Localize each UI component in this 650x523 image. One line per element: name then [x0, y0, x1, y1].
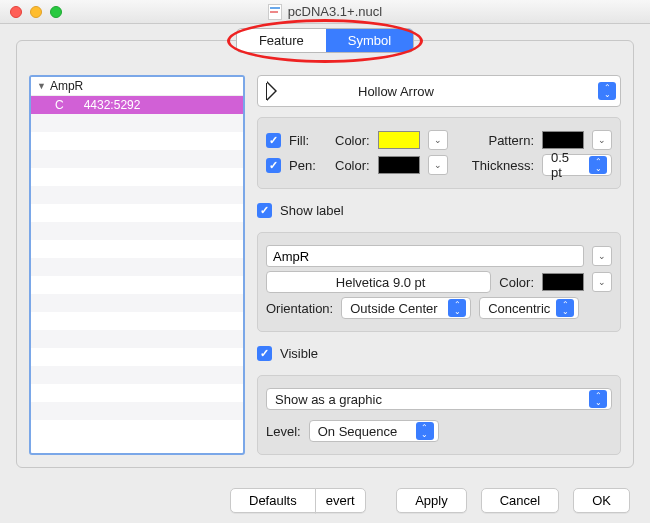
- font-select[interactable]: Helvetica 9.0 pt: [266, 271, 491, 293]
- tab-symbol[interactable]: Symbol: [326, 29, 413, 52]
- shape-label: Hollow Arrow: [358, 84, 434, 99]
- level-value: On Sequence: [318, 424, 398, 439]
- visible-group: Show as a graphic Level: On Sequence: [257, 375, 621, 455]
- pen-label: Pen:: [289, 158, 327, 173]
- level-select[interactable]: On Sequence: [309, 420, 439, 442]
- thickness-select[interactable]: 0.5 pt: [542, 154, 612, 176]
- updown-icon: [416, 422, 434, 440]
- updown-icon: [589, 156, 607, 174]
- feature-list[interactable]: ▼ AmpR C 4432:5292: [29, 75, 245, 455]
- pattern-label: Pattern:: [488, 133, 534, 148]
- dialog-buttons: Defaults evert Apply Cancel OK: [0, 488, 650, 513]
- pen-color-swatch[interactable]: [378, 156, 420, 174]
- list-header[interactable]: ▼ AmpR: [31, 77, 243, 96]
- pattern-dropdown[interactable]: ⌄: [592, 130, 612, 150]
- pen-color-label: Color:: [335, 158, 370, 173]
- window-controls: [10, 6, 62, 18]
- thickness-value: 0.5 pt: [551, 150, 583, 180]
- apply-button[interactable]: Apply: [396, 488, 467, 513]
- main-panel: Feature Symbol ▼ AmpR C 4432:5292: [16, 40, 634, 468]
- document-icon: [268, 4, 282, 20]
- revert-button[interactable]: evert: [315, 488, 366, 513]
- label-name-input[interactable]: [266, 245, 584, 267]
- settings-column: Hollow Arrow ✓ Fill: Color: ⌄ Pattern: ⌄: [257, 75, 621, 455]
- layout-select[interactable]: Concentric: [479, 297, 579, 319]
- tab-segmented: Feature Symbol: [237, 29, 413, 52]
- pen-color-dropdown[interactable]: ⌄: [428, 155, 448, 175]
- window-title-text: pcDNA3.1+.nucl: [288, 4, 382, 19]
- fill-pen-group: ✓ Fill: Color: ⌄ Pattern: ⌄ ✓ Pen: Color…: [257, 117, 621, 189]
- list-item-selected[interactable]: C 4432:5292: [31, 96, 243, 114]
- display-mode-value: Show as a graphic: [275, 392, 382, 407]
- pen-checkbox[interactable]: ✓: [266, 158, 281, 173]
- display-mode-select[interactable]: Show as a graphic: [266, 388, 612, 410]
- cancel-button[interactable]: Cancel: [481, 488, 559, 513]
- minimize-icon[interactable]: [30, 6, 42, 18]
- updown-icon: [589, 390, 607, 408]
- list-item-strand: C: [55, 98, 64, 112]
- fill-color-swatch[interactable]: [378, 131, 420, 149]
- fill-color-label: Color:: [335, 133, 370, 148]
- list-item-range: 4432:5292: [84, 98, 141, 112]
- label-color-label: Color:: [499, 275, 534, 290]
- level-label: Level:: [266, 424, 301, 439]
- layout-value: Concentric: [488, 301, 550, 316]
- thickness-label: Thickness:: [472, 158, 534, 173]
- fill-color-dropdown[interactable]: ⌄: [428, 130, 448, 150]
- orientation-select[interactable]: Outside Center: [341, 297, 471, 319]
- pattern-swatch[interactable]: [542, 131, 584, 149]
- label-name-dropdown[interactable]: ⌄: [592, 246, 612, 266]
- shape-select[interactable]: Hollow Arrow: [257, 75, 621, 107]
- label-group: ⌄ Helvetica 9.0 pt Color: ⌄ Orientation:…: [257, 232, 621, 332]
- visible-text: Visible: [280, 346, 318, 361]
- show-label-checkbox[interactable]: ✓: [257, 203, 272, 218]
- fill-label: Fill:: [289, 133, 327, 148]
- window-title: pcDNA3.1+.nucl: [0, 4, 650, 20]
- label-color-dropdown[interactable]: ⌄: [592, 272, 612, 292]
- label-color-swatch[interactable]: [542, 273, 584, 291]
- updown-icon: [448, 299, 466, 317]
- updown-icon: [556, 299, 574, 317]
- titlebar: pcDNA3.1+.nucl: [0, 0, 650, 24]
- hollow-arrow-icon: [266, 83, 268, 100]
- zoom-icon[interactable]: [50, 6, 62, 18]
- tab-feature[interactable]: Feature: [237, 29, 326, 52]
- chevron-down-icon: ▼: [37, 81, 46, 91]
- defaults-button[interactable]: Defaults: [230, 488, 316, 513]
- orientation-label: Orientation:: [266, 301, 333, 316]
- font-value: Helvetica 9.0 pt: [336, 275, 426, 290]
- show-label-text: Show label: [280, 203, 344, 218]
- visible-checkbox[interactable]: ✓: [257, 346, 272, 361]
- updown-icon: [598, 82, 616, 100]
- fill-checkbox[interactable]: ✓: [266, 133, 281, 148]
- list-header-label: AmpR: [50, 79, 83, 93]
- ok-button[interactable]: OK: [573, 488, 630, 513]
- close-icon[interactable]: [10, 6, 22, 18]
- orientation-value: Outside Center: [350, 301, 437, 316]
